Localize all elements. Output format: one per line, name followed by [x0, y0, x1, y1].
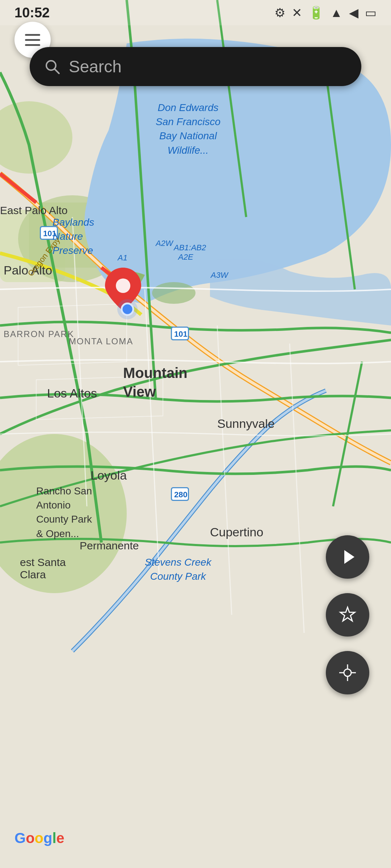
google-letter-g2: g	[43, 830, 52, 846]
svg-rect-8	[41, 227, 57, 239]
status-icons: ⚙ ✕ 🔋 ▲ ◀ ▭	[274, 5, 377, 20]
signal-icon: ◀	[349, 5, 358, 20]
svg-point-20	[344, 669, 351, 676]
google-letter-o2: o	[35, 830, 43, 846]
location-button[interactable]	[326, 651, 369, 694]
status-time: 10:52	[14, 5, 50, 21]
google-letter-g: G	[14, 830, 26, 846]
status-bar: 10:52 ⚙ ✕ 🔋 ▲ ◀ ▭	[0, 0, 391, 25]
battery-level-icon: ▭	[365, 5, 377, 20]
search-bar[interactable]: Search	[30, 47, 361, 86]
google-letter-l: l	[52, 830, 56, 846]
svg-point-15	[117, 299, 138, 319]
accessibility-icon: ✕	[292, 5, 302, 20]
hamburger-icon	[25, 34, 40, 46]
fab-container	[326, 535, 369, 694]
svg-rect-12	[172, 488, 188, 500]
google-logo: Google	[14, 830, 64, 846]
location-icon	[338, 663, 357, 682]
settings-icon: ⚙	[274, 5, 285, 20]
search-input[interactable]: Search	[69, 57, 347, 76]
svg-marker-19	[340, 607, 355, 621]
search-icon	[44, 59, 60, 75]
google-letter-e: e	[56, 830, 64, 846]
wifi-icon: ▲	[330, 6, 342, 20]
navigate-icon	[338, 547, 357, 567]
star-button[interactable]	[326, 593, 369, 637]
svg-point-13	[116, 278, 130, 293]
svg-marker-18	[344, 550, 354, 564]
battery-icon: 🔋	[308, 5, 324, 20]
google-letter-o1: o	[26, 830, 34, 846]
svg-rect-10	[172, 328, 188, 339]
map-background[interactable]	[0, 0, 391, 868]
svg-line-17	[55, 69, 59, 73]
svg-point-6	[152, 282, 196, 304]
star-icon	[338, 605, 357, 625]
navigate-button[interactable]	[326, 535, 369, 579]
